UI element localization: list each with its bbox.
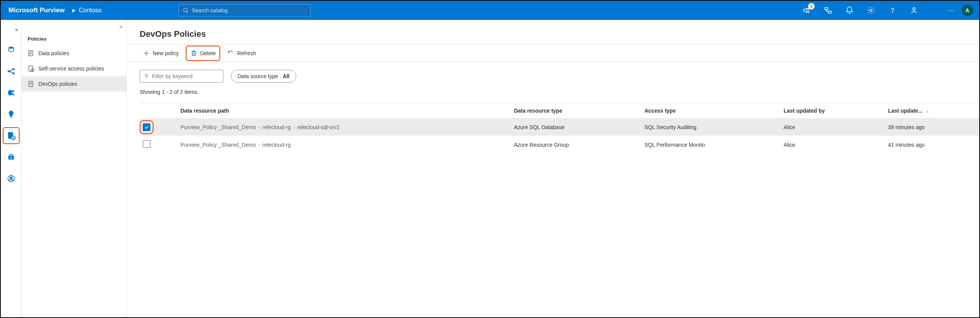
svg-point-4 <box>870 9 872 11</box>
svg-rect-2 <box>825 8 828 10</box>
new-policy-button[interactable]: New policy <box>140 47 182 59</box>
sidebar-item-label: Data policies <box>38 50 69 56</box>
header-bar: Microsoft Purview ▶ Contoso 1 ⋯ A <box>1 1 979 20</box>
data-policies-icon <box>28 50 35 57</box>
megaphone-icon[interactable]: 1 <box>801 5 812 16</box>
svg-line-1 <box>187 11 188 13</box>
svg-point-0 <box>184 8 187 12</box>
svg-point-8 <box>8 70 9 72</box>
help-icon[interactable] <box>887 5 898 16</box>
cell-user: Alice <box>780 136 885 154</box>
app-title[interactable]: Microsoft Purview <box>8 7 64 14</box>
row-checkbox[interactable] <box>143 123 150 131</box>
cell-access: SQL Performance Monito <box>641 136 780 154</box>
rail-map-icon[interactable] <box>4 64 18 78</box>
rail-privacy-icon[interactable] <box>4 172 18 185</box>
sidebar-item-self-service[interactable]: Self-service access policies <box>21 61 126 76</box>
svg-point-10 <box>13 73 14 74</box>
table-row[interactable]: Purview_Policy _Shared_Demo›relecloud-rg… <box>140 119 979 136</box>
nav-rail: » <box>1 20 21 317</box>
cell-access: SQL Security Auditing <box>641 119 780 136</box>
sidebar-item-label: DevOps policies <box>38 81 77 87</box>
cmd-label: Refresh <box>237 50 256 56</box>
svg-point-11 <box>8 90 12 95</box>
cell-updated: 41 minutes ago <box>885 136 979 154</box>
filter-icon <box>144 73 149 79</box>
col-header-user[interactable]: Last updated by <box>780 103 885 119</box>
table-row[interactable]: Purview_Policy _Shared_Demo›relecloud-rg… <box>140 136 979 154</box>
col-header-path[interactable]: Data resource path <box>177 103 511 119</box>
svg-rect-3 <box>828 11 831 13</box>
data-source-type-filter[interactable]: Data source type : All <box>231 70 296 83</box>
row-checkbox[interactable] <box>143 140 150 148</box>
sidebar: « Policies Data policies Self-service ac… <box>21 20 127 317</box>
pill-label: Data source type : <box>238 73 281 79</box>
page-title: DevOps Policies <box>127 20 979 44</box>
cell-path: Purview_Policy _Shared_Demo›relecloud-rg <box>177 136 511 154</box>
results-count: Showing 1 - 2 of 2 items. <box>127 83 979 103</box>
self-service-icon <box>28 65 35 72</box>
feedback-icon[interactable] <box>908 5 920 16</box>
rail-insights-icon[interactable] <box>4 107 18 121</box>
collapse-sidebar-icon[interactable]: « <box>119 23 122 30</box>
filter-keyword-input[interactable] <box>140 70 223 83</box>
search-icon <box>183 7 189 13</box>
policies-table: Data resource path Data resource type Ac… <box>140 103 979 154</box>
rail-policy-icon[interactable] <box>4 129 18 143</box>
cell-type: Azure SQL Database <box>511 119 641 136</box>
more-icon[interactable]: ⋯ <box>947 6 955 15</box>
search-field[interactable] <box>178 4 311 16</box>
col-header-updated[interactable]: Last update... ↓ <box>885 103 979 119</box>
pill-value: All <box>283 73 290 79</box>
cell-updated: 39 minutes ago <box>885 119 979 136</box>
chevron-right-icon: ▶ <box>72 8 76 13</box>
svg-point-6 <box>913 8 915 10</box>
cell-type: Azure Resource Group <box>511 136 641 154</box>
plus-icon <box>143 50 150 57</box>
delete-button[interactable]: Delete <box>187 47 219 59</box>
svg-point-16 <box>10 157 12 159</box>
rail-data-icon[interactable] <box>4 43 18 57</box>
expand-rail-icon[interactable]: » <box>1 24 21 35</box>
svg-point-9 <box>13 69 14 70</box>
rail-share-icon[interactable] <box>4 86 18 100</box>
command-bar: New policy Delete Refresh <box>127 44 979 62</box>
sort-desc-icon: ↓ <box>926 108 929 114</box>
sidebar-item-label: Self-service access policies <box>38 66 104 72</box>
directory-icon[interactable] <box>822 5 834 16</box>
cmd-label: Delete <box>200 50 216 56</box>
bell-icon[interactable] <box>844 5 855 16</box>
trash-icon <box>190 50 197 57</box>
breadcrumb[interactable]: Contoso <box>79 7 102 14</box>
cmd-label: New policy <box>153 50 179 56</box>
refresh-button[interactable]: Refresh <box>224 47 259 59</box>
sidebar-item-data-policies[interactable]: Data policies <box>21 46 126 61</box>
main-content: DevOps Policies New policy Delete Refres… <box>127 20 979 317</box>
rail-management-icon[interactable] <box>4 150 18 164</box>
svg-point-18 <box>10 177 12 179</box>
svg-point-5 <box>892 12 893 13</box>
filter-keyword-field[interactable] <box>152 73 219 79</box>
gear-icon[interactable] <box>865 5 877 16</box>
col-header-type[interactable]: Data resource type <box>511 103 641 119</box>
svg-point-7 <box>8 47 13 49</box>
header-actions: 1 <box>801 5 920 16</box>
refresh-icon <box>227 50 234 57</box>
avatar[interactable]: A <box>962 5 973 16</box>
notification-badge: 1 <box>808 3 815 10</box>
sidebar-title: Policies <box>21 33 126 46</box>
cell-user: Alice <box>780 119 885 136</box>
sidebar-item-devops-policies[interactable]: DevOps policies <box>21 76 126 92</box>
col-header-access[interactable]: Access type <box>641 103 780 119</box>
search-input[interactable] <box>192 7 307 13</box>
cell-path: Purview_Policy _Shared_Demo›relecloud-rg… <box>177 119 511 136</box>
devops-policies-icon <box>28 80 35 87</box>
